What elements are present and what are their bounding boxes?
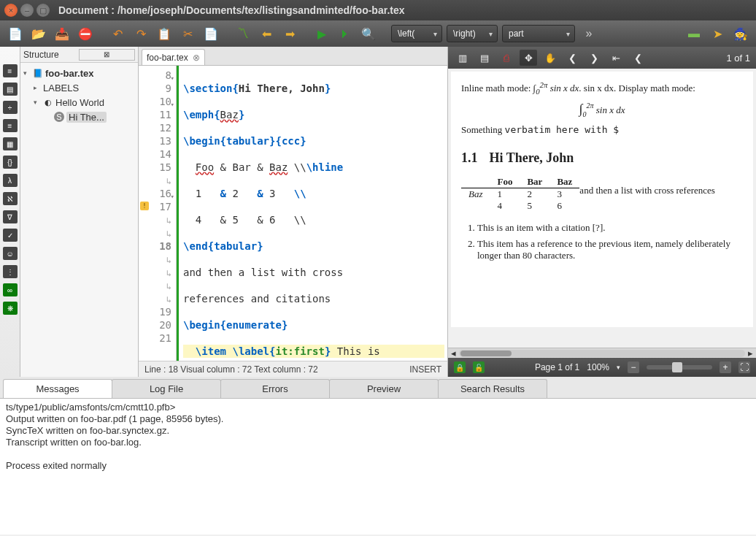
pdf-view[interactable]: Inline math mode: ∫02π sin x dx. sin x d… — [448, 69, 756, 348]
pdf-status-zoom: 100% — [587, 362, 609, 372]
arrow-left-button[interactable]: ⬅ — [257, 24, 276, 43]
undo-button[interactable]: ↶ — [108, 24, 127, 43]
editor-gutter: 8▾ 9 10▾ 11 12 13 14 15 ↳ 16▾ !17 ↳ ↳ 18… — [139, 66, 177, 361]
copy-button[interactable]: 📋 — [155, 24, 174, 43]
pdf-statusbar: 🔒 🔓 Page 1 of 1 100% ▾ − + ⛶ — [448, 358, 756, 377]
pdf-sidebar-button[interactable]: ▥ — [454, 50, 471, 66]
status-mode: INSERT — [409, 364, 441, 375]
strip-icon[interactable]: ∇ — [3, 210, 18, 223]
overflow-button[interactable]: » — [579, 24, 598, 43]
strip-icon[interactable]: ☺ — [3, 247, 18, 260]
compile-button[interactable]: ▶ — [312, 24, 331, 43]
main-toolbar: 📄 📂 📥 ⛔ ↶ ↷ 📋 ✂ 📄 〽 ⬅ ➡ ▶ ⏵ 🔍 \left( \ri… — [0, 20, 756, 47]
strip-icon[interactable]: ℵ — [3, 192, 18, 205]
highlighter-button[interactable]: ▬ — [684, 24, 703, 43]
tree-subsection-row[interactable]: S Hi The... — [22, 110, 136, 124]
status-position: Line : 18 Visual column : 72 Text column… — [144, 364, 318, 375]
strip-icon[interactable]: λ — [3, 174, 18, 187]
log-panel[interactable]: ts/type1/public/amsfonts/cm/cmtt10.pfb> … — [0, 399, 756, 535]
pdf-pages-button[interactable]: ▤ — [476, 50, 493, 66]
titlebar: × – ▢ Document : /home/joseph/Documents/… — [0, 0, 756, 20]
tab-messages[interactable]: Messages — [3, 379, 112, 398]
right-delim-combo[interactable]: \right) — [447, 25, 498, 42]
tab-close-icon[interactable]: ⊗ — [193, 53, 200, 63]
strip-icon[interactable]: ▤ — [3, 83, 18, 96]
tab-errors[interactable]: Errors — [220, 379, 330, 398]
cut-button[interactable]: ✂ — [178, 24, 197, 43]
new-file-button[interactable]: 📄 — [6, 24, 25, 43]
lock-icon[interactable]: 🔓 — [473, 361, 485, 373]
part-combo[interactable]: part — [502, 25, 575, 42]
strip-icon[interactable]: ≡ — [3, 64, 18, 77]
strip-icon[interactable]: ▦ — [3, 137, 18, 150]
window-close-button[interactable]: × — [4, 4, 18, 17]
code-area[interactable]: \section{Hi There, John} \emph{Baz} \beg… — [177, 66, 447, 361]
strip-icon[interactable]: ÷ — [3, 101, 18, 114]
window-maximize-button[interactable]: ▢ — [36, 4, 50, 17]
pdf-export-button[interactable]: ⎙ — [498, 50, 515, 66]
main-area: ≡ ▤ ÷ ≡ ▦ {} λ ℵ ∇ ✓ ☺ ⋮ ∞ ❋ Structure ⊠… — [0, 47, 756, 377]
window-title: Document : /home/joseph/Documents/tex/li… — [58, 4, 405, 16]
editor-statusbar: Line : 18 Visual column : 72 Text column… — [139, 361, 447, 377]
view-button[interactable]: 🔍 — [359, 24, 378, 43]
editor-tab[interactable]: foo-bar.tex ⊗ — [142, 49, 205, 65]
strip-icon[interactable]: ∞ — [3, 283, 18, 296]
redo-button[interactable]: ↷ — [131, 24, 150, 43]
left-delim-combo[interactable]: \left( — [391, 25, 442, 42]
strip-icon[interactable]: {} — [3, 156, 18, 169]
compile-view-button[interactable]: ⏵ — [336, 24, 355, 43]
save-file-button[interactable]: 📥 — [53, 24, 72, 43]
pdf-prev-button[interactable]: ❮ — [563, 50, 581, 66]
zoom-fit-button[interactable]: ⛶ — [738, 361, 750, 373]
left-icon-strip: ≡ ▤ ÷ ≡ ▦ {} λ ℵ ∇ ✓ ☺ ⋮ ∞ ❋ — [0, 47, 20, 377]
paste-button[interactable]: 📄 — [201, 24, 220, 43]
code-editor[interactable]: 8▾ 9 10▾ 11 12 13 14 15 ↳ 16▾ !17 ↳ ↳ 18… — [139, 66, 447, 361]
strip-icon[interactable]: ⋮ — [3, 265, 18, 278]
pdf-hand-button[interactable]: ✋ — [541, 50, 559, 66]
strip-icon[interactable]: ≡ — [3, 119, 18, 132]
math-button[interactable]: 〽 — [234, 24, 252, 43]
arrow-right-button[interactable]: ➡ — [280, 24, 299, 43]
zoom-out-button[interactable]: − — [628, 361, 639, 373]
zoom-in-button[interactable]: + — [720, 361, 731, 373]
tab-logfile[interactable]: Log File — [112, 379, 221, 398]
bottom-tabs: Messages Log File Errors Preview Search … — [0, 377, 756, 399]
zoom-slider[interactable] — [647, 365, 712, 370]
tab-search-results[interactable]: Search Results — [438, 379, 547, 398]
structure-panel: Structure ⊠ ▾📘 foo-bar.tex ▸LABELS ▾◐ He… — [20, 47, 139, 377]
tree-labels-row[interactable]: ▸LABELS — [22, 80, 136, 95]
tab-preview[interactable]: Preview — [329, 379, 439, 398]
pdf-fit-button[interactable]: ✥ — [520, 50, 537, 66]
pdf-first-button[interactable]: ⇤ — [607, 50, 625, 66]
tree-file-row[interactable]: ▾📘 foo-bar.tex — [22, 66, 136, 80]
pdf-back-button[interactable]: ❮ — [629, 50, 647, 66]
editor-column: foo-bar.tex ⊗ 8▾ 9 10▾ 11 12 13 14 15 ↳ … — [139, 47, 448, 377]
tree-section-row[interactable]: ▾◐ Hello World — [22, 95, 136, 110]
pdf-toolbar: ▥ ▤ ⎙ ✥ ✋ ❮ ❯ ⇤ ❮ 1 of 1 — [448, 47, 756, 69]
pdf-column: ▥ ▤ ⎙ ✥ ✋ ❮ ❯ ⇤ ❮ 1 of 1 Inline math mod… — [448, 47, 756, 377]
pdf-page: Inline math mode: ∫02π sin x dx. sin x d… — [451, 72, 753, 327]
editor-tabs: foo-bar.tex ⊗ — [139, 47, 447, 66]
open-file-button[interactable]: 📂 — [29, 24, 48, 43]
wizard-button[interactable]: 🧙 — [731, 24, 750, 43]
pdf-hscroll[interactable]: ◂▸ — [448, 348, 756, 358]
close-file-button[interactable]: ⛔ — [76, 24, 95, 43]
structure-title: Structure — [23, 50, 79, 60]
window-minimize-button[interactable]: – — [20, 4, 34, 17]
lock-icon[interactable]: 🔒 — [454, 361, 466, 373]
structure-tree: ▾📘 foo-bar.tex ▸LABELS ▾◐ Hello World S … — [20, 63, 138, 127]
pdf-page-indicator: 1 of 1 — [726, 53, 750, 64]
pdf-table: FooBarBaz Baz123 456 — [461, 176, 579, 212]
structure-close-button[interactable]: ⊠ — [79, 49, 136, 61]
arrow-small-button[interactable]: ➤ — [708, 24, 727, 43]
strip-icon[interactable]: ✓ — [3, 229, 18, 242]
strip-icon[interactable]: ❋ — [3, 302, 18, 315]
pdf-status-page: Page 1 of 1 — [535, 362, 579, 372]
pdf-next-button[interactable]: ❯ — [585, 50, 603, 66]
